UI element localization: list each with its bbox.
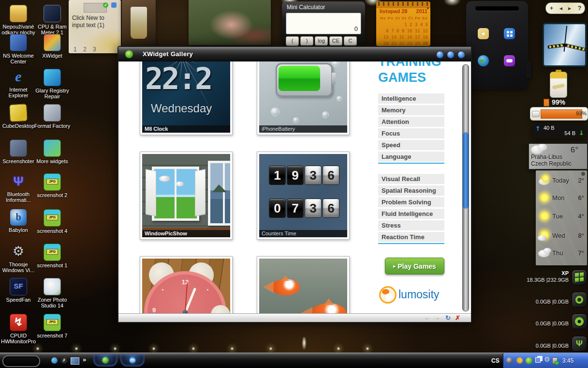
- taskbar-start-slot[interactable]: [2, 355, 40, 367]
- taskbar-app-button-maxthon[interactable]: m: [120, 354, 145, 367]
- taskbar-clock[interactable]: 3:45: [562, 357, 573, 364]
- sidebar-item-attention[interactable]: Attention: [378, 117, 444, 127]
- desktop-icon-screenshot-2[interactable]: JPG screenshot 2: [32, 173, 73, 198]
- desktop-icon-bluetooth[interactable]: Ψ Bluetooth Informati...: [0, 173, 37, 203]
- pill-help-button[interactable]: ?: [578, 4, 581, 12]
- sticky-note-widget[interactable]: ✓ Click New to input text (1) 1 2 3: [69, 0, 121, 53]
- desktop-icon-hwmonitor[interactable]: ↯ CPUID HWMonitorPro: [0, 314, 37, 344]
- desktop-icon-xwidget[interactable]: XWidget: [32, 34, 73, 59]
- refresh-icon[interactable]: ↻: [445, 314, 451, 322]
- network-widget[interactable]: ↑ 40 B ↓ 54 B: [531, 124, 587, 138]
- window-maximize-button[interactable]: [447, 51, 455, 59]
- widget-thumbnail-goldfish[interactable]: [257, 256, 350, 314]
- desktop-icon-screenshot-7[interactable]: JPG screenshot 7: [32, 314, 73, 338]
- widget-thumbnail-iphonebattery[interactable]: iPhoneBattery: [257, 61, 350, 135]
- sidebar-item-spatial-reasoning[interactable]: Spatial Reasoning: [378, 185, 444, 196]
- calc-button-log[interactable]: log: [315, 36, 328, 46]
- calc-button-open-paren[interactable]: (: [286, 36, 299, 46]
- desktop-icon-screenshoter[interactable]: Screenshoter: [0, 139, 37, 164]
- calc-button-c[interactable]: C: [344, 36, 357, 46]
- desktop-icon-screenshot-1[interactable]: JPG screenshot 1: [32, 244, 73, 268]
- messenger-tray-icon[interactable]: [516, 357, 523, 364]
- star-app-icon[interactable]: ★: [478, 28, 489, 39]
- desktop-icon-more-widgets[interactable]: More widgets: [32, 139, 73, 164]
- desktop-icon-glary-registry[interactable]: Glary Registry Repair: [32, 69, 73, 99]
- nav-pill-widget[interactable]: + ◂ ▸ ?: [545, 2, 585, 14]
- widget-thumbnail-counterstime[interactable]: 1 9 3 6 0 7 3 6 Counters Time: [257, 152, 350, 240]
- volume-knob-icon[interactable]: [506, 357, 513, 364]
- close-gallery-icon[interactable]: ✗: [455, 314, 460, 322]
- games-app-icon[interactable]: [504, 55, 515, 66]
- usb-tray-icon[interactable]: [552, 357, 558, 364]
- widget-thumbnail-alarmclock[interactable]: 12 9 3: [140, 256, 233, 314]
- window-minimize-button[interactable]: [436, 51, 444, 59]
- calculator-display[interactable]: 0: [286, 13, 361, 34]
- picture-quicklaunch-icon[interactable]: [71, 357, 79, 365]
- optical-drive-icon[interactable]: [572, 292, 587, 307]
- sidebar-item-stress[interactable]: Stress: [378, 220, 444, 230]
- sidebar-item-intelligence[interactable]: Intelligence: [378, 93, 444, 104]
- taskbar-app-button-xwidget[interactable]: [93, 354, 118, 367]
- window-titlebar[interactable]: XWidget Gallery: [118, 47, 471, 61]
- sidebar-item-language[interactable]: Language: [378, 152, 444, 162]
- mini-calculator-widget[interactable]: Mini Calculator 0 ( ) log CE C ↓: [282, 1, 365, 46]
- browser-quicklaunch-icon[interactable]: [51, 357, 58, 364]
- gallery-scrollbar-track[interactable]: [462, 64, 469, 311]
- sidebar-item-speed[interactable]: Speed: [378, 140, 444, 150]
- pill-back-button[interactable]: ◂: [559, 4, 562, 12]
- disc-icon[interactable]: [572, 314, 587, 329]
- window-stack-tray-icon[interactable]: [535, 357, 541, 363]
- drive-meters-widget[interactable]: XP 18.3GB |232.9GB 0.0GB |0.0GB 0.0GB |0…: [508, 269, 588, 353]
- note-tool-icon[interactable]: [111, 2, 117, 8]
- quicklaunch-overflow-chevron[interactable]: »: [83, 356, 86, 363]
- sidebar-item-reaction-time[interactable]: Reaction Time: [378, 232, 444, 242]
- check-icon[interactable]: ✓: [103, 2, 108, 8]
- battery-percent-widget[interactable]: 99%: [544, 98, 587, 107]
- note-text[interactable]: Click New to input text (1): [72, 15, 118, 29]
- sidebar-item-fluid-intelligence[interactable]: Fluid Intelligence: [378, 209, 444, 219]
- sidebar-item-visual-recall[interactable]: Visual Recall: [378, 174, 444, 184]
- pill-plus-button[interactable]: +: [550, 4, 553, 12]
- windows-logo-icon[interactable]: [572, 270, 587, 285]
- calendar-widget[interactable]: ▾ listopad 28 2011 Ne Po Út St Čt Pá So …: [376, 1, 430, 46]
- dock-launcher-panel[interactable]: ★: [466, 1, 528, 89]
- desktop-icon-unused-shortcuts[interactable]: Nepoužívané odkazy plochy: [0, 5, 37, 35]
- grid-app-icon[interactable]: [504, 28, 515, 39]
- photo-widget-glass[interactable]: [122, 0, 156, 46]
- widget-thumbnail-windowpicshow[interactable]: WindowPicShow: [140, 152, 233, 240]
- play-games-button[interactable]: ▸ Play Games: [385, 258, 444, 275]
- taskbar[interactable]: ✗ » m CS ⚙ 3:45: [0, 353, 588, 368]
- back-icon[interactable]: ←: [424, 314, 430, 322]
- usb-icon[interactable]: Ψ: [572, 336, 587, 352]
- lumosity-logo[interactable]: lumosity: [378, 284, 451, 306]
- forward-icon[interactable]: →: [434, 314, 440, 322]
- desktop-icon-cubedesktop[interactable]: CubeDesktop: [0, 104, 37, 129]
- dock-side-tab[interactable]: [526, 61, 531, 78]
- gears-tray-icon[interactable]: ⚙: [544, 355, 550, 363]
- calc-button-ce[interactable]: CE: [329, 36, 342, 46]
- photo-widget-child[interactable]: [189, 0, 271, 45]
- sidebar-item-focus[interactable]: Focus: [378, 128, 444, 138]
- desktop-icon-ns-welcome[interactable]: NS Welcome Center: [0, 34, 37, 64]
- calc-button-close-paren[interactable]: ): [300, 36, 313, 46]
- desktop-icon-internet-explorer[interactable]: e Internet Explorer: [0, 69, 37, 98]
- analog-clock-widget[interactable]: [543, 23, 587, 67]
- widget-thumbnail-m8clock[interactable]: 22:2 Wednesday M8 Clock: [140, 61, 233, 135]
- power-bar-widget[interactable]: 93%: [530, 107, 588, 121]
- sidebar-item-problem-solving[interactable]: Problem Solving: [378, 197, 444, 207]
- globe-app-icon[interactable]: [478, 55, 489, 66]
- gallery-scrollbar-thumb[interactable]: [463, 132, 469, 209]
- desktop-icon-zoner[interactable]: Zoner Photo Studio 14: [32, 278, 73, 308]
- globe-tray-icon[interactable]: [526, 357, 532, 364]
- tools-quicklaunch-icon[interactable]: ✗: [61, 357, 67, 364]
- weather-forecast-widget[interactable]: Today 2° Mon 6° Tue 4° Wed 8° Thu 7°: [536, 170, 587, 265]
- desktop-icon-speedfan[interactable]: SF SpeedFan: [0, 278, 37, 303]
- desktop-icon-screenshot-4[interactable]: JPG screenshot 4: [32, 209, 73, 234]
- desktop-icon-format-factory[interactable]: Format Factory: [32, 104, 73, 129]
- desktop-icon-cpu-ram-meter[interactable]: CPU & Ram Meter 2.1: [32, 5, 73, 35]
- sidebar-item-memory[interactable]: Memory: [378, 105, 444, 115]
- battery-widget[interactable]: [550, 72, 567, 98]
- window-close-button[interactable]: [457, 51, 465, 59]
- desktop-icon-thoosje[interactable]: ⚙ Thoosje Windows Vi...: [0, 244, 37, 273]
- desktop-icon-babylon[interactable]: b Babylon: [0, 209, 37, 233]
